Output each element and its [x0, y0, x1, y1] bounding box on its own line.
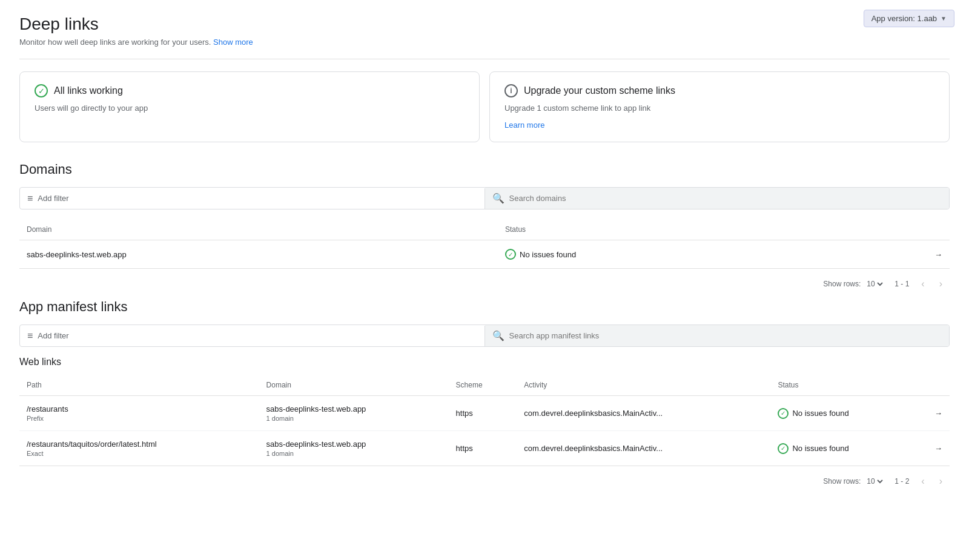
col-status: Status [498, 219, 856, 240]
status-cell: ✓ No issues found [770, 396, 912, 431]
manifest-search-input[interactable] [509, 331, 942, 340]
row-arrow[interactable]: → [913, 431, 950, 466]
card-title: All links working [54, 85, 123, 96]
show-rows-label: Show rows: [823, 477, 861, 486]
manifest-filter-left[interactable]: ≡ Add filter [20, 326, 485, 346]
search-icon: 🔍 [492, 193, 504, 204]
activity-cell: com.devrel.deeplinksbasics.MainActiv... [517, 396, 770, 431]
filter-icon: ≡ [27, 331, 33, 341]
status-check-icon: ✓ [778, 443, 789, 454]
col-status: Status [770, 375, 912, 396]
col-domain: Domain [259, 375, 449, 396]
rows-per-page-control: Show rows: 10 25 50 [823, 476, 885, 486]
path-cell: /restaurants Prefix [19, 396, 259, 431]
app-manifest-section: App manifest links ≡ Add filter 🔍 Web li… [19, 299, 950, 496]
card-header: i Upgrade your custom scheme links [504, 84, 934, 97]
activity-cell: com.devrel.deeplinksbasics.MainActiv... [517, 431, 770, 466]
cards-row: ✓ All links working Users will go direct… [19, 71, 950, 142]
domains-section: Domains ≡ Add filter 🔍 Domain Status sab… [19, 162, 950, 299]
learn-more-link[interactable]: Learn more [504, 120, 544, 130]
status-check-icon: ✓ [505, 249, 516, 260]
domains-filter-placeholder: Add filter [38, 194, 68, 203]
prev-page-button[interactable]: ‹ [919, 276, 927, 292]
col-path: Path [19, 375, 259, 396]
header-divider [19, 59, 950, 59]
manifest-filter-bar: ≡ Add filter 🔍 [19, 324, 950, 347]
status-cell: ✓ No issues found [498, 240, 856, 269]
info-icon: i [504, 84, 518, 97]
domains-title: Domains [19, 162, 950, 177]
domain-value: sabs-deeplinks-test.web.app [19, 240, 498, 269]
card-header: ✓ All links working [35, 84, 465, 97]
domains-filter-bar: ≡ Add filter 🔍 [19, 187, 950, 209]
card-title: Upgrade your custom scheme links [524, 85, 675, 96]
show-rows-label: Show rows: [823, 280, 861, 288]
domains-search-input[interactable] [509, 194, 942, 203]
status-text: No issues found [520, 250, 576, 259]
next-page-button[interactable]: › [937, 473, 945, 489]
rows-per-page-select[interactable]: 10 25 50 [864, 279, 885, 289]
version-label: App version: 1.aab [871, 14, 937, 23]
col-action [856, 219, 950, 240]
card-description: Upgrade 1 custom scheme link to app link [504, 104, 934, 113]
app-manifest-title: App manifest links [19, 299, 950, 315]
col-scheme: Scheme [449, 375, 517, 396]
col-activity: Activity [517, 375, 770, 396]
card-description: Users will go directly to your app [35, 104, 465, 113]
next-page-button[interactable]: › [937, 276, 945, 292]
chevron-down-icon: ▼ [941, 15, 947, 22]
page-title: Deep links [19, 15, 950, 34]
domains-pagination: Show rows: 10 25 50 1 - 1 ‹ › [19, 268, 950, 299]
all-links-card: ✓ All links working Users will go direct… [19, 71, 480, 142]
filter-icon: ≡ [27, 193, 33, 204]
status-cell: ✓ No issues found [770, 431, 912, 466]
table-row: /restaurants Prefix sabs-deeplinks-test.… [19, 396, 950, 431]
path-cell: /restaurants/taquitos/order/latest.html … [19, 431, 259, 466]
page-range: 1 - 1 [895, 280, 909, 288]
status-text: No issues found [792, 444, 848, 453]
subtitle: Monitor how well deep links are working … [19, 38, 950, 47]
web-links-table: Path Domain Scheme Activity Status /rest… [19, 375, 950, 466]
upgrade-links-card: i Upgrade your custom scheme links Upgra… [489, 71, 950, 142]
col-domain: Domain [19, 219, 498, 240]
page-range: 1 - 2 [895, 477, 909, 486]
web-links-title: Web links [19, 357, 950, 367]
domains-search-container: 🔍 [485, 188, 950, 209]
search-icon: 🔍 [492, 330, 504, 341]
col-action [913, 375, 950, 396]
domains-filter-left[interactable]: ≡ Add filter [20, 188, 485, 209]
status-text: No issues found [792, 409, 848, 418]
rows-per-page-control: Show rows: 10 25 50 [823, 279, 885, 289]
row-arrow[interactable]: → [913, 396, 950, 431]
manifest-pagination: Show rows: 10 25 50 1 - 2 ‹ › [19, 466, 950, 496]
check-icon: ✓ [35, 84, 48, 97]
domains-table: Domain Status sabs-deeplinks-test.web.ap… [19, 219, 950, 268]
rows-per-page-select[interactable]: 10 25 50 [864, 476, 885, 486]
scheme-cell: https [449, 396, 517, 431]
show-more-link[interactable]: Show more [213, 38, 253, 47]
version-button[interactable]: App version: 1.aab ▼ [864, 10, 954, 27]
domain-cell: sabs-deeplinks-test.web.app 1 domain [259, 396, 449, 431]
manifest-search-container: 🔍 [485, 325, 950, 346]
table-row: /restaurants/taquitos/order/latest.html … [19, 431, 950, 466]
prev-page-button[interactable]: ‹ [919, 473, 927, 489]
manifest-filter-placeholder: Add filter [38, 331, 68, 340]
scheme-cell: https [449, 431, 517, 466]
status-check-icon: ✓ [778, 408, 789, 419]
row-arrow[interactable]: → [856, 240, 950, 269]
domain-cell: sabs-deeplinks-test.web.app 1 domain [259, 431, 449, 466]
table-row: sabs-deeplinks-test.web.app ✓ No issues … [19, 240, 950, 269]
web-links-section: Web links Path Domain Scheme Activity St… [19, 357, 950, 496]
